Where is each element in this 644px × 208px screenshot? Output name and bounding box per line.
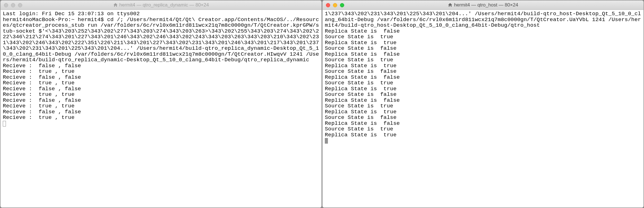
traffic-lights	[326, 3, 344, 7]
cursor-line	[325, 138, 641, 144]
terminal-line: Recieve : true , true	[3, 69, 319, 74]
terminal-line: Recieve : true , true	[3, 80, 319, 86]
titlebar[interactable]: hermit4 — qtro_replica_dynamic — 80×24	[1, 1, 321, 10]
terminal-line: 1\237\343\202\231\343\201\225\343\201\20…	[325, 11, 641, 28]
terminal-line: Replica State is false	[325, 121, 641, 126]
terminal-line: Recieve : false , false	[3, 74, 319, 80]
terminal-line: Replica State is false	[325, 28, 641, 34]
terminal-line: Source State is false	[325, 115, 641, 121]
terminal-line: Replica State is false	[325, 98, 641, 103]
terminal-line: Last login: Fri Dec 15 23:07:13 on ttys0…	[3, 11, 319, 17]
close-button[interactable]	[4, 3, 8, 7]
window-title-text: hermit4 — qtro_replica_dynamic — 80×24	[119, 2, 209, 8]
window-title: hermit4 — qtro_host — 80×24	[325, 2, 641, 8]
minimize-button[interactable]	[11, 3, 15, 7]
terminal-line: Replica State is true	[325, 132, 641, 138]
terminal-line: Replica State is true	[325, 86, 641, 92]
terminal-line: Source State is false	[325, 69, 641, 74]
maximize-button[interactable]	[340, 3, 344, 7]
terminal-line: Recieve : false , false	[3, 86, 319, 92]
close-button[interactable]	[326, 3, 330, 7]
maximize-button[interactable]	[18, 3, 22, 7]
home-icon	[448, 3, 452, 7]
terminal-line: hermit4noMacBook-Pro:~ hermit4$ cd /; /U…	[3, 17, 319, 63]
terminal-line: Source State is true	[325, 34, 641, 40]
titlebar[interactable]: hermit4 — qtro_host — 80×24	[323, 1, 643, 10]
minimize-button[interactable]	[333, 3, 337, 7]
traffic-lights	[4, 3, 22, 7]
terminal-line: Replica State is false	[325, 51, 641, 57]
terminal-body[interactable]: Last login: Fri Dec 15 23:07:13 on ttys0…	[1, 10, 321, 207]
terminal-line: Recieve : true , true	[3, 103, 319, 109]
terminal-line: Source State is true	[325, 57, 641, 63]
terminal-line: Replica State is true	[325, 109, 641, 115]
terminal-line: Replica State is true	[325, 63, 641, 69]
terminal-line: Recieve : false , false	[3, 63, 319, 69]
terminal-body[interactable]: 1\237\343\202\231\343\201\225\343\201\20…	[323, 10, 643, 207]
cursor	[3, 121, 6, 126]
terminal-line: Source State is true	[325, 103, 641, 109]
terminal-line: Source State is false	[325, 92, 641, 98]
terminal-line: Replica State is false	[325, 74, 641, 80]
terminal-line: Recieve : false , false	[3, 109, 319, 115]
terminal-line: Source State is true	[325, 126, 641, 132]
window-title-text: hermit4 — qtro_host — 80×24	[454, 2, 518, 8]
terminal-window-right[interactable]: hermit4 — qtro_host — 80×24 1\237\343\20…	[322, 0, 644, 208]
cursor	[325, 138, 328, 144]
terminal-line: Replica State is true	[325, 40, 641, 46]
terminal-line: Source State is true	[325, 80, 641, 86]
terminal-line: Recieve : false , false	[3, 98, 319, 103]
home-icon	[113, 3, 118, 7]
cursor-line	[3, 121, 319, 126]
terminal-line: Recieve : true , true	[3, 92, 319, 98]
terminal-line: Source State is false	[325, 46, 641, 51]
terminal-window-left[interactable]: hermit4 — qtro_replica_dynamic — 80×24 L…	[0, 0, 322, 208]
window-title: hermit4 — qtro_replica_dynamic — 80×24	[3, 2, 319, 8]
terminal-line: Recieve : true , true	[3, 115, 319, 121]
